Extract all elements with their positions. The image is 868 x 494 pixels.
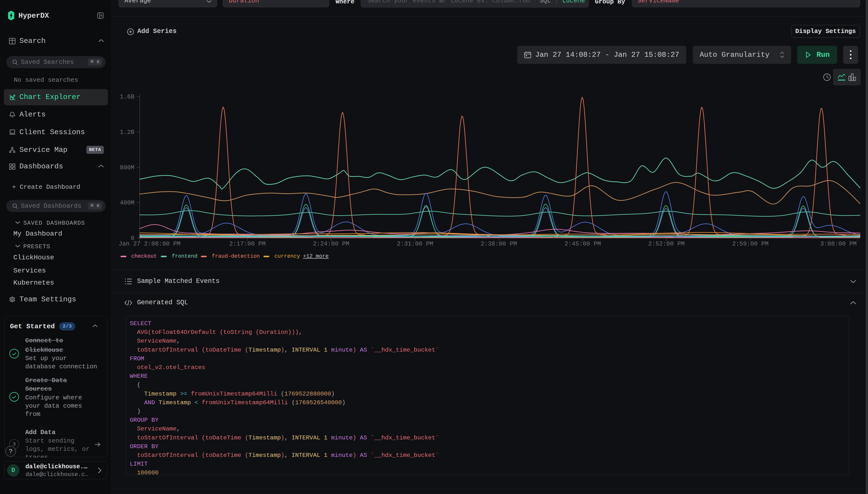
- svg-text:2:52:00 PM: 2:52:00 PM: [648, 241, 684, 247]
- svg-text:2:24:00 PM: 2:24:00 PM: [313, 241, 349, 247]
- svg-text:2:38:00 PM: 2:38:00 PM: [481, 241, 517, 247]
- svg-text:2:17:00 PM: 2:17:00 PM: [229, 241, 266, 247]
- svg-text:400M: 400M: [120, 200, 134, 207]
- svg-text:1.2B: 1.2B: [120, 129, 134, 136]
- svg-text:800M: 800M: [120, 164, 134, 171]
- svg-text:2:31:00 PM: 2:31:00 PM: [397, 241, 433, 247]
- svg-text:2:59:00 PM: 2:59:00 PM: [732, 241, 769, 247]
- svg-text:2:45:00 PM: 2:45:00 PM: [564, 241, 601, 247]
- svg-text:3:08:00 PM: 3:08:00 PM: [820, 241, 856, 247]
- svg-text:Jan 27 2:08:00 PM: Jan 27 2:08:00 PM: [119, 241, 180, 247]
- svg-text:1.6B: 1.6B: [120, 93, 134, 100]
